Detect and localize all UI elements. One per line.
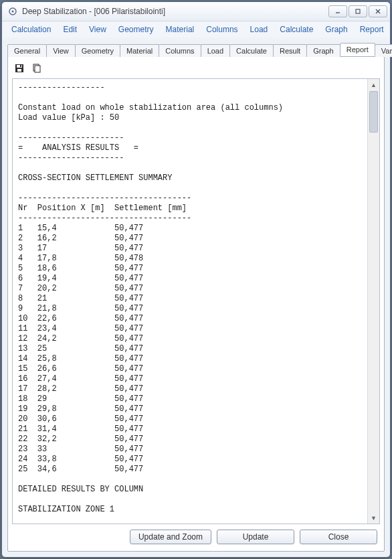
menu-item-calculation[interactable]: Calculation [6,23,56,36]
tab-result[interactable]: Result [273,44,307,57]
menu-item-view[interactable]: View [84,23,112,36]
svg-rect-3 [356,9,360,13]
close-button[interactable] [369,5,387,17]
scroll-thumb[interactable] [369,91,378,133]
svg-rect-8 [17,69,21,72]
menu-item-report[interactable]: Report [355,23,389,36]
tabstrip: GeneralViewGeometryMaterialColumnsLoadCa… [7,42,385,56]
menu-item-columns[interactable]: Columns [201,23,243,36]
client-area: GeneralViewGeometryMaterialColumnsLoadCa… [2,37,390,557]
scroll-up-arrow[interactable]: ▲ [368,79,379,90]
menu-item-geometry[interactable]: Geometry [113,23,159,36]
close-dialog-button[interactable]: Close [300,530,377,544]
update-button[interactable]: Update [217,530,294,544]
tab-general[interactable]: General [7,44,47,57]
menu-item-calculate[interactable]: Calculate [274,23,318,36]
tab-geometry[interactable]: Geometry [75,44,120,57]
tab-columns[interactable]: Columns [159,44,201,57]
tab-material[interactable]: Material [120,44,159,57]
dialog-footer: Update and Zoom Update Close [12,524,380,546]
svg-point-1 [12,11,14,13]
tab-calculate[interactable]: Calculate [229,44,274,57]
report-area: ------------------ Constant load on whol… [12,78,380,524]
tab-variate[interactable]: Variate [375,44,392,57]
tab-report[interactable]: Report [340,43,375,56]
report-text[interactable]: ------------------ Constant load on whol… [13,79,367,524]
save-icon[interactable] [13,62,25,74]
app-window: Deep Stabilization - [006 Pilaristabiloi… [1,1,391,558]
menu-item-load[interactable]: Load [245,23,274,36]
tab-view[interactable]: View [46,44,76,57]
scroll-down-arrow[interactable]: ▼ [368,512,379,524]
tab-load[interactable]: Load [201,44,230,57]
menu-item-graph[interactable]: Graph [320,23,353,36]
vertical-scrollbar[interactable]: ▲ ▼ [367,79,379,524]
tab-graph[interactable]: Graph [306,44,340,57]
maximize-button[interactable] [349,5,367,17]
update-and-zoom-button[interactable]: Update and Zoom [130,530,211,544]
tab-panel-report: ------------------ Constant load on whol… [7,56,385,552]
svg-rect-11 [35,66,40,72]
menu-item-material[interactable]: Material [161,23,200,36]
titlebar: Deep Stabilization - [006 Pilaristabiloi… [2,2,390,21]
minimize-button[interactable] [328,5,347,17]
copy-icon[interactable] [31,62,43,74]
svg-rect-9 [20,65,21,67]
app-icon [7,6,18,17]
window-title: Deep Stabilization - [006 Pilaristabiloi… [22,7,328,16]
report-toolbar [12,61,380,78]
menubar: CalculationEditViewGeometryMaterialColum… [2,21,390,37]
menu-item-edit[interactable]: Edit [58,23,82,36]
